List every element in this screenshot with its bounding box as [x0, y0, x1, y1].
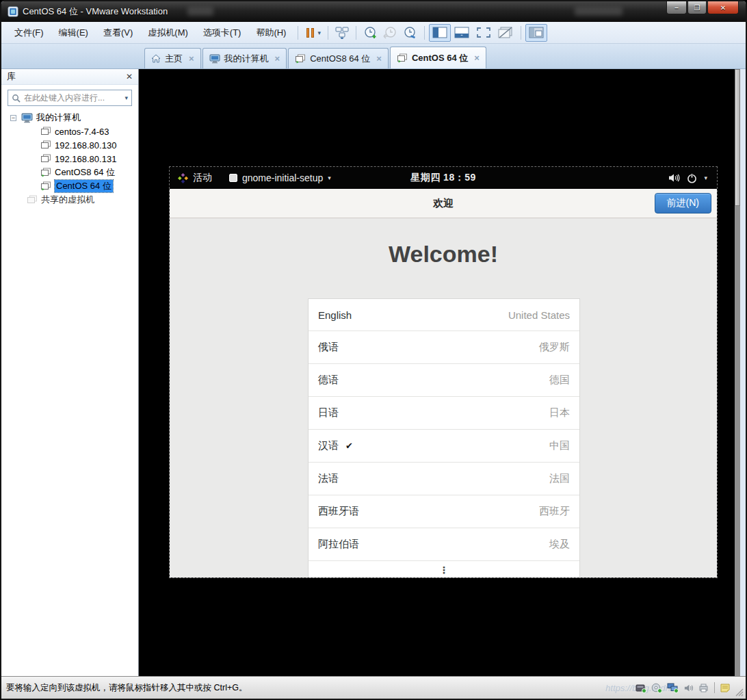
tree-item-80-131[interactable]: 192.168.80.131: [1, 152, 138, 166]
tree-label: 192.168.80.130: [55, 140, 116, 151]
scrollbar-thumb[interactable]: [735, 69, 740, 206]
tab-label: 我的计算机: [224, 53, 269, 65]
console-area[interactable]: 活动 gnome-initial-setup ▾ 星期四 18：59: [139, 69, 740, 676]
language-row-german[interactable]: 德语 德国: [309, 364, 579, 397]
toolbar-separator: [298, 26, 298, 40]
clock[interactable]: 星期四 18：59: [170, 172, 717, 184]
tab-label: 主页: [165, 53, 183, 65]
manage-snapshots-button[interactable]: [400, 24, 420, 42]
tree-item-centos64-selected[interactable]: CentOS 64 位: [1, 179, 138, 193]
close-icon[interactable]: ✕: [126, 72, 133, 81]
chevron-down-icon[interactable]: ▾: [704, 174, 707, 181]
ctrl-alt-del-icon: [335, 27, 349, 39]
language-region: 埃及: [549, 538, 570, 551]
tree-label: CentOS8 64 位: [55, 166, 115, 179]
close-button[interactable]: ✕: [707, 1, 739, 14]
next-button[interactable]: 前进(N): [655, 193, 711, 213]
restore-button[interactable]: ❐: [687, 1, 707, 14]
language-region: United States: [508, 309, 570, 321]
take-snapshot-button[interactable]: [361, 24, 380, 42]
home-icon: [151, 54, 161, 63]
tree-item-centos74[interactable]: centos-7.4-63: [1, 125, 138, 138]
language-row-french[interactable]: 法语 法国: [309, 463, 579, 495]
revert-snapshot-button: [380, 24, 400, 42]
tab-close-icon[interactable]: ×: [189, 53, 194, 64]
menu-file[interactable]: 文件(F): [7, 23, 51, 42]
vm-display[interactable]: 活动 gnome-initial-setup ▾ 星期四 18：59: [170, 167, 717, 578]
language-row-russian[interactable]: 俄语 俄罗斯: [309, 331, 579, 364]
send-ctrl-alt-del-button[interactable]: [332, 24, 352, 42]
manage-snapshots-icon: [403, 26, 417, 40]
cdrom-status-icon[interactable]: [651, 683, 662, 693]
harddisk-status-icon[interactable]: [635, 683, 646, 693]
tree-item-80-130[interactable]: 192.168.80.130: [1, 138, 138, 152]
chevron-down-icon[interactable]: ▾: [317, 29, 321, 36]
language-name: 汉语: [318, 439, 339, 452]
tree-label: 我的计算机: [36, 112, 81, 124]
more-languages-indicator[interactable]: ⋮: [309, 561, 579, 578]
language-name: 阿拉伯语: [318, 538, 359, 551]
dialog-body: Welcome! English United States 俄语 俄罗斯 德语: [170, 218, 717, 578]
computer-icon: [21, 113, 33, 123]
tab-close-icon[interactable]: ×: [376, 53, 382, 64]
language-region: 俄罗斯: [539, 341, 570, 354]
minimize-button[interactable]: –: [666, 1, 687, 14]
selected-check-icon: ✔: [345, 441, 353, 451]
blurred-watermark: [187, 7, 213, 16]
tree-item-shared-vms[interactable]: 共享的虚拟机: [1, 193, 138, 207]
pause-icon: [306, 28, 314, 38]
vm-running-icon: [295, 54, 306, 64]
language-row-chinese-selected[interactable]: 汉语 ✔ 中国: [309, 430, 579, 463]
language-name: 日语: [318, 406, 339, 419]
message-log-icon[interactable]: [720, 683, 731, 693]
window-controls: – ❐ ✕: [666, 1, 739, 14]
language-region: 德国: [549, 374, 570, 387]
library-header: 库 ✕: [1, 69, 138, 85]
tab-bar: 主页 × 我的计算机 × Ce: [1, 44, 746, 69]
tree-item-centos8[interactable]: CentOS8 64 位: [1, 166, 138, 179]
tab-centos64-active[interactable]: CentOS 64 位 ×: [390, 47, 486, 68]
power-icon[interactable]: [687, 173, 697, 183]
network-status-icon[interactable]: [667, 683, 679, 693]
menu-tabs[interactable]: 选项卡(T): [196, 23, 249, 42]
menu-vm[interactable]: 虚拟机(M): [140, 23, 196, 42]
status-message: 要将输入定向到该虚拟机，请将鼠标指针移入其中或按 Ctrl+G。: [6, 682, 247, 694]
language-row-spanish[interactable]: 西班牙语 西班牙: [309, 495, 579, 528]
console-view-button[interactable]: [525, 24, 547, 42]
status-separator: [714, 682, 715, 693]
library-search[interactable]: ▾: [8, 90, 132, 106]
tab-centos8[interactable]: CentOS8 64 位 ×: [288, 48, 389, 68]
menubar: 文件(F) 编辑(E) 查看(V) 虚拟机(M) 选项卡(T) 帮助(H) ▾: [1, 22, 746, 44]
language-row-english[interactable]: English United States: [309, 299, 579, 331]
show-library-button[interactable]: [429, 24, 451, 42]
printer-status-icon[interactable]: [698, 683, 709, 692]
language-row-japanese[interactable]: 日语 日本: [309, 397, 579, 430]
volume-icon[interactable]: [668, 173, 680, 183]
tree-item-my-computer[interactable]: − 我的计算机: [1, 111, 138, 125]
menu-view[interactable]: 查看(V): [96, 23, 140, 42]
computer-icon: [209, 54, 220, 64]
tab-close-icon[interactable]: ×: [275, 53, 280, 64]
fullscreen-button[interactable]: [473, 24, 495, 42]
thumbnail-bar-icon: [454, 27, 469, 38]
pause-vm-button[interactable]: ▾: [302, 24, 324, 42]
titlebar[interactable]: CentOS 64 位 - VMware Workstation – ❐ ✕: [1, 1, 746, 22]
tab-close-icon[interactable]: ×: [474, 53, 480, 63]
sound-status-icon[interactable]: [683, 683, 694, 693]
menu-help[interactable]: 帮助(H): [248, 23, 293, 42]
tab-my-computer[interactable]: 我的计算机 ×: [202, 48, 287, 68]
resize-grip[interactable]: [735, 688, 744, 697]
vertical-scrollbar[interactable]: [735, 69, 740, 676]
show-thumbnail-bar-button[interactable]: [451, 24, 473, 42]
tab-label: CentOS 64 位: [412, 52, 468, 64]
fullscreen-icon: [476, 27, 491, 38]
collapse-icon[interactable]: −: [10, 115, 16, 121]
menu-edit[interactable]: 编辑(E): [51, 23, 96, 42]
language-name: 西班牙语: [318, 505, 359, 518]
tab-home[interactable]: 主页 ×: [144, 48, 201, 68]
unity-mode-button[interactable]: [495, 24, 516, 42]
language-row-arabic[interactable]: 阿拉伯语 埃及: [309, 528, 579, 561]
chevron-down-icon[interactable]: ▾: [124, 94, 128, 101]
status-bar: 要将输入定向到该虚拟机，请将鼠标指针移入其中或按 Ctrl+G。 https:/…: [1, 676, 746, 699]
search-input[interactable]: [24, 93, 122, 103]
